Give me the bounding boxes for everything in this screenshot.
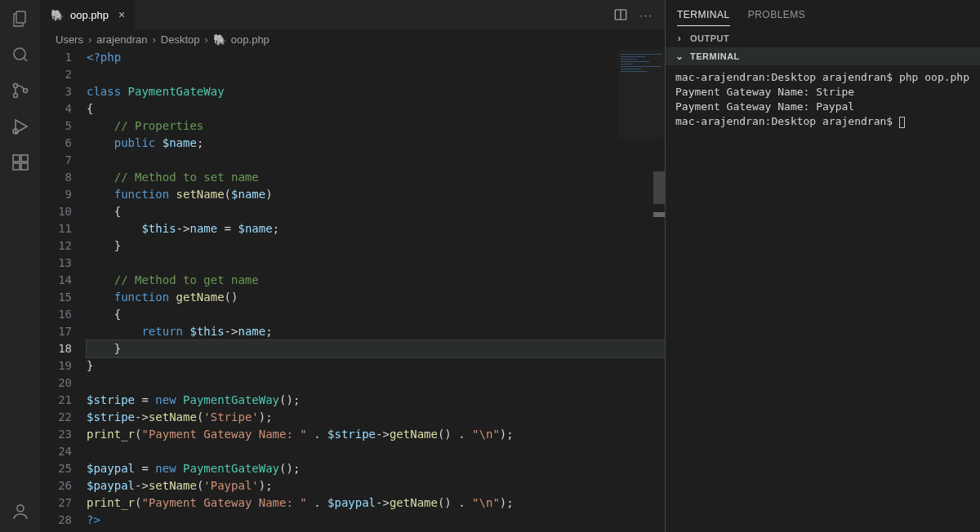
- svg-rect-7: [13, 163, 20, 170]
- code-line[interactable]: // Properties: [87, 117, 665, 135]
- chevron-right-icon: ›: [205, 33, 208, 46]
- chevron-right-icon: ›: [674, 33, 685, 44]
- panel: TERMINAL PROBLEMS › OUTPUT ⌄ TERMINAL ma…: [665, 0, 980, 532]
- code-line[interactable]: {: [87, 203, 665, 220]
- code-line[interactable]: }: [87, 357, 665, 375]
- section-label: TERMINAL: [690, 51, 740, 61]
- php-file-icon: 🐘: [51, 9, 64, 21]
- source-control-icon[interactable]: [10, 80, 31, 101]
- code-line[interactable]: return $this->name;: [87, 323, 665, 340]
- breadcrumb-item[interactable]: Users: [56, 33, 83, 46]
- code-line[interactable]: [87, 443, 665, 460]
- code-line[interactable]: // Method to get name: [87, 272, 665, 289]
- run-debug-icon[interactable]: [10, 116, 31, 137]
- svg-rect-0: [16, 11, 25, 23]
- breadcrumb-item[interactable]: Desktop: [161, 33, 200, 46]
- line-gutter: 1234567891011121314151617181920212223242…: [41, 49, 87, 532]
- section-terminal[interactable]: ⌄ TERMINAL: [666, 47, 980, 65]
- svg-point-2: [13, 84, 17, 88]
- files-icon[interactable]: [10, 8, 31, 29]
- editor-body[interactable]: 1234567891011121314151617181920212223242…: [41, 49, 665, 532]
- terminal-body[interactable]: mac-arajendran:Desktop arajendran$ php o…: [666, 65, 980, 532]
- scrollbar[interactable]: [653, 171, 665, 204]
- code-line[interactable]: print_r("Payment Gateway Name: " . $stri…: [87, 426, 665, 443]
- section-output[interactable]: › OUTPUT: [666, 29, 980, 47]
- code-line[interactable]: public $name;: [87, 135, 665, 152]
- code-line[interactable]: $this->name = $name;: [87, 220, 665, 237]
- search-icon[interactable]: [10, 44, 31, 65]
- code-line[interactable]: function getName(): [87, 289, 665, 306]
- code-line[interactable]: $paypal->setName('Paypal');: [87, 477, 665, 494]
- terminal-line: Payment Gateway Name: Stripe: [675, 85, 970, 100]
- chevron-down-icon: ⌄: [674, 51, 685, 62]
- code-line[interactable]: function setName($name): [87, 186, 665, 203]
- code-line[interactable]: ?>: [87, 512, 665, 529]
- svg-rect-8: [21, 163, 28, 170]
- tabs-row: 🐘 oop.php × ···: [41, 0, 665, 29]
- svg-rect-9: [21, 155, 28, 162]
- svg-rect-6: [13, 155, 20, 162]
- code-line[interactable]: {: [87, 100, 665, 117]
- chevron-right-icon: ›: [88, 33, 91, 46]
- editor-group: 🐘 oop.php × ··· Users › arajendran › Des…: [41, 0, 665, 532]
- code-line[interactable]: }: [87, 237, 665, 255]
- split-editor-icon[interactable]: [613, 7, 628, 22]
- code-line[interactable]: {: [87, 306, 665, 323]
- extensions-icon[interactable]: [10, 152, 31, 173]
- tab-problems[interactable]: PROBLEMS: [748, 4, 806, 25]
- tab-oop-php[interactable]: 🐘 oop.php ×: [41, 0, 136, 29]
- code-line[interactable]: print_r("Payment Gateway Name: " . $payp…: [87, 494, 665, 512]
- terminal-line: mac-arajendran:Desktop arajendran$: [675, 114, 970, 129]
- svg-point-3: [13, 94, 17, 98]
- code-line[interactable]: [87, 255, 665, 272]
- svg-point-10: [17, 505, 24, 512]
- code-line[interactable]: // Method to set name: [87, 169, 665, 186]
- code-area[interactable]: <?phpclass PaymentGateWay{ // Properties…: [87, 49, 665, 532]
- code-line[interactable]: $stripe->setName('Stripe');: [87, 409, 665, 426]
- terminal-line: mac-arajendran:Desktop arajendran$ php o…: [675, 70, 970, 85]
- code-line[interactable]: $paypal = new PaymentGateWay();: [87, 460, 665, 477]
- tab-terminal[interactable]: TERMINAL: [677, 4, 730, 26]
- terminal-line: Payment Gateway Name: Paypal: [675, 100, 970, 114]
- section-label: OUTPUT: [690, 33, 729, 43]
- code-line[interactable]: [87, 66, 665, 83]
- overview-ruler-mark: [653, 212, 665, 217]
- php-file-icon: 🐘: [213, 33, 226, 46]
- more-actions-icon[interactable]: ···: [639, 9, 653, 21]
- code-line[interactable]: }: [87, 340, 665, 357]
- close-icon[interactable]: ×: [118, 8, 125, 21]
- terminal-cursor: [899, 117, 905, 128]
- code-line[interactable]: $stripe = new PaymentGateWay();: [87, 392, 665, 409]
- svg-point-1: [14, 48, 25, 60]
- tab-actions: ···: [613, 0, 665, 29]
- code-line[interactable]: [87, 375, 665, 392]
- account-icon[interactable]: [10, 501, 31, 522]
- code-line[interactable]: [87, 152, 665, 169]
- code-line[interactable]: class PaymentGateWay: [87, 83, 665, 100]
- panel-tabs: TERMINAL PROBLEMS: [666, 0, 980, 29]
- tab-label: oop.php: [70, 9, 109, 21]
- chevron-right-icon: ›: [152, 33, 155, 46]
- breadcrumb-item[interactable]: arajendran: [96, 33, 147, 46]
- activity-bar: [0, 0, 41, 532]
- code-line[interactable]: <?php: [87, 49, 665, 66]
- minimap[interactable]: [617, 49, 665, 139]
- breadcrumb-item[interactable]: oop.php: [231, 33, 270, 46]
- breadcrumb[interactable]: Users › arajendran › Desktop › 🐘 oop.php: [41, 29, 665, 49]
